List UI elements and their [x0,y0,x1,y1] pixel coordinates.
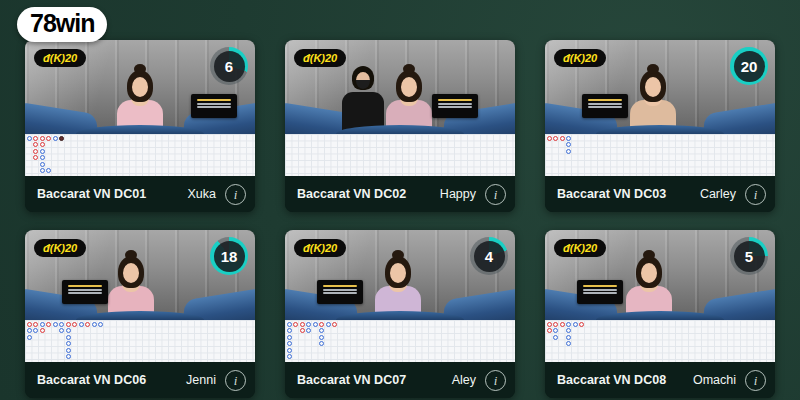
bead-r [332,321,339,328]
dealer-face [645,77,661,97]
countdown-timer: 18 [210,237,248,275]
video-preview: đ(K)20 6 [25,40,255,134]
bead-r [579,321,586,328]
countdown-timer: 4 [470,237,508,275]
bead-road [25,320,255,362]
countdown-timer: 5 [730,237,768,275]
sign-text-line [588,106,622,108]
info-button[interactable]: i [745,370,766,391]
bead-d [59,135,66,142]
sign-text-line [583,292,617,294]
countdown-value: 6 [225,58,233,75]
game-title: Baccarat VN DC06 [37,373,177,387]
bead-b [46,168,53,175]
video-preview: đ(K)20 5 [545,230,775,320]
sign-text-line [323,289,357,291]
table-sign [62,280,108,304]
game-card[interactable]: đ(K)20 Baccarat VN DC02 Happy i [285,40,515,212]
game-title: Baccarat VN DC08 [557,373,684,387]
card-footer: Baccarat VN DC08 Omachi i [545,362,775,398]
stake-badge: đ(K)20 [294,239,346,257]
stake-badge: đ(K)20 [34,239,86,257]
countdown-timer: 20 [730,47,768,85]
sign-text-line [438,103,472,105]
sign-text-line [197,106,231,108]
sign-text-line [588,103,622,105]
game-title: Baccarat VN DC03 [557,187,691,201]
dealer-face [641,263,657,283]
table-sign [582,94,628,118]
stake-badge: đ(K)20 [34,49,86,67]
sign-text-line [323,292,357,294]
dealer-name: Carley [700,187,736,201]
dealer-name: Jenni [186,373,216,387]
video-preview: đ(K)20 [285,40,515,134]
card-footer: Baccarat VN DC01 Xuka i [25,176,255,212]
dealer-face [390,263,406,283]
info-button[interactable]: i [485,184,506,205]
game-card[interactable]: đ(K)20 20 Baccarat VN DC03 Carley i [545,40,775,212]
sign-text-line [588,99,622,102]
info-icon: i [494,188,498,201]
game-title: Baccarat VN DC01 [37,187,179,201]
info-button[interactable]: i [225,370,246,391]
countdown-timer: 6 [210,47,248,85]
brand-logo[interactable]: 78win [17,7,107,42]
bead-b [566,341,573,348]
countdown-value: 18 [221,248,238,265]
card-footer: Baccarat VN DC06 Jenni i [25,362,255,398]
game-card[interactable]: đ(K)20 18 Baccarat VN DC06 Jenni i [25,230,255,398]
dealer-face [123,263,139,283]
stake-badge: đ(K)20 [294,49,346,67]
bead-road [25,134,255,176]
card-footer: Baccarat VN DC02 Happy i [285,176,515,212]
info-button[interactable]: i [485,370,506,391]
sign-text-line [438,99,472,102]
stake-badge: đ(K)20 [554,49,606,67]
info-icon: i [754,374,758,387]
dealer-name: Omachi [693,373,736,387]
sign-text-line [197,99,231,102]
sign-text-line [68,289,102,291]
game-title: Baccarat VN DC07 [297,373,443,387]
video-preview: đ(K)20 20 [545,40,775,134]
info-icon: i [234,188,238,201]
second-dealer-figure [340,66,386,130]
card-footer: Baccarat VN DC07 Aley i [285,362,515,398]
game-card[interactable]: đ(K)20 5 Baccarat VN DC08 Omachi i [545,230,775,398]
countdown-value: 5 [745,248,753,265]
sign-text-line [438,106,472,108]
info-icon: i [234,374,238,387]
game-card[interactable]: đ(K)20 4 Baccarat VN DC07 Aley i [285,230,515,398]
bead-b [98,321,105,328]
dealer-name: Happy [440,187,476,201]
bead-b [65,354,72,361]
video-preview: đ(K)20 4 [285,230,515,320]
sign-text-line [68,292,102,294]
info-button[interactable]: i [745,184,766,205]
suit [342,92,384,130]
info-icon: i [494,374,498,387]
game-card[interactable]: đ(K)20 6 Baccarat VN DC01 Xuka i [25,40,255,212]
bead-road [285,134,515,176]
countdown-value: 4 [485,248,493,265]
game-title: Baccarat VN DC02 [297,187,431,201]
table-sign [577,280,623,304]
sign-text-line [583,289,617,291]
bead-road [285,320,515,362]
countdown-value: 20 [741,58,758,75]
info-icon: i [754,188,758,201]
info-button[interactable]: i [225,184,246,205]
sign-text-line [197,103,231,105]
video-preview: đ(K)20 18 [25,230,255,320]
dealer-name: Aley [452,373,476,387]
masked-face [356,72,370,89]
bead-b [566,148,573,155]
sign-text-line [323,285,357,288]
table-sign [191,94,237,118]
sign-text-line [68,285,102,288]
games-grid: đ(K)20 6 Baccarat VN DC01 Xuka i [25,40,775,398]
dealer-face [401,77,417,97]
bead-b [319,341,326,348]
card-footer: Baccarat VN DC03 Carley i [545,176,775,212]
